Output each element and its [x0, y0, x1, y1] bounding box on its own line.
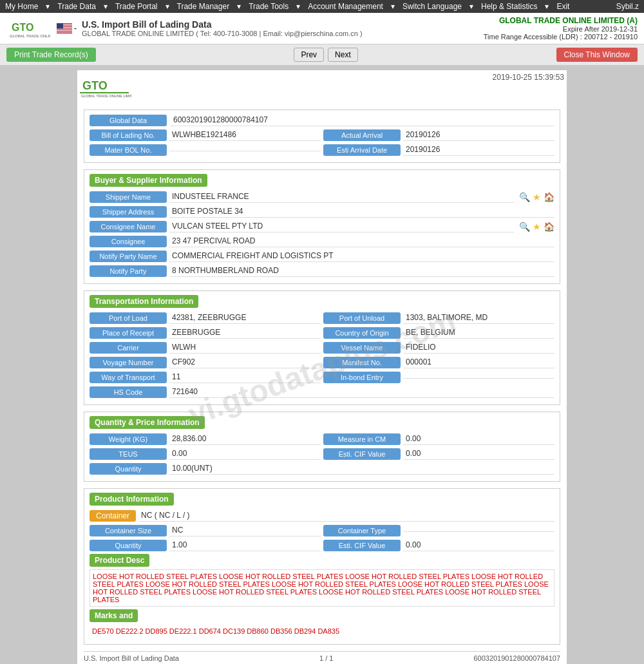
doc-footer-id: 6003201901280000784107: [473, 654, 560, 662]
teus-value: 0.00: [169, 448, 321, 460]
master-bol-label: Mater BOL No.: [90, 144, 167, 156]
nav-trade-tools[interactable]: Trade Tools: [249, 2, 289, 11]
consignee-star-icon[interactable]: ★: [533, 222, 541, 232]
notify-party-value: 8 NORTHUMBERLAND ROAD: [169, 265, 554, 277]
product-grid: Container Size NC Container Type Quantit…: [90, 524, 554, 551]
svg-rect-8: [57, 30, 72, 31]
print-button-top[interactable]: Print Trade Record(s): [6, 48, 96, 62]
transport-grid: Port of Load 42381, ZEEBRUGGE Port of Un…: [90, 312, 554, 383]
nav-help-statistics[interactable]: Help & Statistics: [481, 2, 537, 11]
product-info-title: Product Information: [90, 493, 174, 506]
global-data-section: Global Data 6003201901280000784107 Bill …: [84, 109, 560, 163]
marks-title: Marks and: [90, 609, 138, 622]
place-receipt-cell: Place of Receipt ZEEBRUGGE: [90, 327, 321, 339]
logo: GTO GLOBAL TRADE ONLINE: [6, 15, 52, 41]
us-flag-icon: [57, 23, 72, 33]
quantity-row: Quantity 10.00(UNT): [90, 462, 554, 475]
weight-label: Weight (KG): [90, 433, 167, 445]
home-icon[interactable]: 🏠: [544, 192, 554, 202]
star-icon[interactable]: ★: [533, 192, 541, 202]
global-data-value: 6003201901280000784107: [171, 114, 554, 126]
port-load-label: Port of Load: [90, 312, 167, 324]
next-button-top[interactable]: Next: [328, 48, 358, 62]
bol-no-value: WLWHBE1921486: [169, 129, 321, 141]
consignee-search-icon[interactable]: 🔍: [519, 222, 530, 232]
consignee-name-label: Consignee Name: [90, 221, 167, 232]
nav-exit[interactable]: Exit: [556, 2, 569, 11]
company-name: GLOBAL TRADE ONLINE LIMITED (A): [484, 16, 638, 25]
vessel-name-label: Vessel Name: [323, 342, 401, 354]
product-desc-title: Product Desc: [90, 554, 149, 567]
hs-code-row: HS Code 721640: [90, 386, 554, 398]
prev-button-top[interactable]: Prev: [294, 48, 324, 62]
svg-text:GLOBAL TRADE ONLINE LIMITED: GLOBAL TRADE ONLINE LIMITED: [81, 94, 131, 98]
notify-party-name-value: COMMERCIAL FREIGHT AND LOGISTICS PT: [169, 250, 554, 262]
doc-footer: U.S. Import Bill of Lading Data 1 / 1 60…: [84, 651, 560, 664]
hs-code-value: 721640: [169, 386, 554, 398]
esti-cif-value: 0.00: [403, 448, 554, 460]
nav-my-home[interactable]: My Home: [5, 2, 38, 11]
svg-text:GTO: GTO: [12, 22, 33, 33]
header-title-area: U.S. Import Bill of Lading Data GLOBAL T…: [82, 19, 363, 37]
header-right: GLOBAL TRADE ONLINE LIMITED (A) Expire A…: [484, 16, 638, 41]
weight-cell: Weight (KG) 28,836.00: [90, 433, 321, 445]
carrier-value: WLWH: [169, 341, 321, 354]
manifest-no-value: 000001: [403, 356, 554, 368]
search-icon[interactable]: 🔍: [519, 192, 530, 202]
svg-rect-9: [57, 32, 72, 32]
bol-no-cell: Bill of Lading No. WLWHBE1921486: [90, 129, 321, 141]
container-type-value: [403, 529, 554, 532]
svg-rect-10: [57, 23, 63, 29]
inbond-entry-cell: In-bond Entry: [323, 371, 554, 383]
consignee-home-icon[interactable]: 🏠: [544, 222, 554, 232]
expire-date: Expire After 2019-12-31: [484, 25, 638, 33]
weight-value: 28,836.00: [169, 433, 321, 445]
transportation-section: Transportation Information Port of Load …: [84, 290, 560, 405]
nav-account-management[interactable]: Account Management: [308, 2, 383, 11]
master-bol-cell: Mater BOL No.: [90, 144, 321, 156]
marks-value: DE570 DE222.2 DD895 DE222.1 DD674 DC139 …: [90, 625, 554, 638]
consignee-name-row: Consignee Name VULCAN STEEL PTY LTD 🔍 ★ …: [90, 220, 554, 232]
nav-trade-portal[interactable]: Trade Portal: [115, 2, 158, 11]
product-quantity-cell: Quantity 1.00: [90, 539, 321, 551]
shipper-address-value: BOITE POSTALE 34: [169, 205, 554, 218]
global-data-row: Global Data 6003201901280000784107: [90, 114, 554, 126]
notify-party-row: Notify Party 8 NORTHUMBERLAND ROAD: [90, 265, 554, 277]
carrier-cell: Carrier WLWH: [90, 341, 321, 354]
container-row: Container NC ( NC / L / ): [90, 509, 554, 522]
shipper-name-row: Shipper Name INDUSTEEL FRANCE 🔍 ★ 🏠: [90, 191, 554, 203]
voyage-number-label: Voyage Number: [90, 357, 167, 368]
notify-party-name-row: Notify Party Name COMMERCIAL FREIGHT AND…: [90, 250, 554, 262]
actual-arrival-cell: Actual Arrival 20190126: [323, 129, 554, 141]
place-receipt-value: ZEEBRUGGE: [169, 327, 321, 339]
close-button-top[interactable]: Close This Window: [556, 48, 638, 62]
container-value: NC ( NC / L / ): [138, 509, 554, 522]
nav-trade-data[interactable]: Trade Data: [57, 2, 96, 11]
consignee-icons: 🔍 ★ 🏠: [519, 222, 554, 232]
nav-switch-language[interactable]: Switch Language: [402, 2, 462, 11]
esti-arrival-value: 20190126: [403, 144, 554, 156]
doc-footer-page: 1 / 1: [319, 654, 333, 662]
flag-box: -: [57, 23, 77, 33]
manifest-no-label: Manifest No.: [323, 357, 401, 368]
time-range: Time Range Accessible (LDR) : 200712 - 2…: [484, 33, 638, 41]
nav-trade-manager[interactable]: Trade Manager: [177, 2, 230, 11]
quantity-price-title: Quantity & Price Information: [90, 416, 205, 429]
actual-arrival-label: Actual Arrival: [323, 129, 401, 141]
transportation-title: Transportation Information: [90, 295, 198, 308]
port-load-value: 42381, ZEEBRUGGE: [169, 312, 321, 324]
notify-party-label: Notify Party: [90, 265, 167, 277]
product-desc-text: LOOSE HOT ROLLED STEEL PLATES LOOSE HOT …: [90, 569, 554, 607]
page-title: U.S. Import Bill of Lading Data: [82, 19, 363, 30]
toolbar-top: Print Trade Record(s) Prev Next Close Th…: [0, 44, 644, 65]
voyage-number-value: CF902: [169, 356, 321, 368]
teus-cell: TEUS 0.00: [90, 448, 321, 460]
port-unload-cell: Port of Unload 1303, BALTIMORE, MD: [323, 312, 554, 324]
inbond-entry-label: In-bond Entry: [323, 372, 401, 383]
vessel-name-value: FIDELIO: [403, 341, 554, 354]
country-origin-value: BE, BELGIUM: [403, 327, 554, 339]
vessel-name-cell: Vessel Name FIDELIO: [323, 341, 554, 354]
notify-party-name-label: Notify Party Name: [90, 251, 167, 262]
doc-logo-svg: GTO GLOBAL TRADE ONLINE LIMITED: [80, 73, 131, 99]
container-button[interactable]: Container: [90, 510, 136, 522]
